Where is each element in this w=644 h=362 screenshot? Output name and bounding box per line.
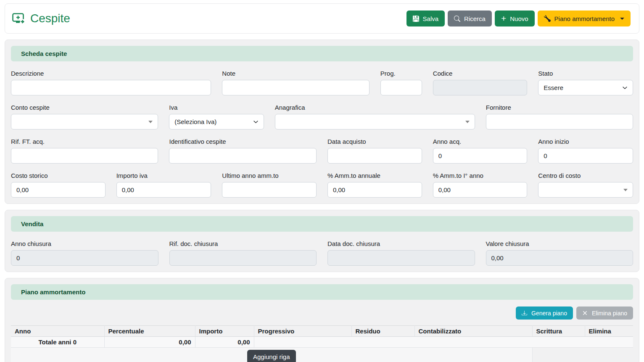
status-label: Stato: [538, 70, 633, 77]
last-amortization-year-label: Ultimo anno amm.to: [222, 172, 317, 179]
total-amount-value: 0,00: [195, 337, 254, 348]
amortization-plan-dropdown-button[interactable]: Piano ammortamento: [538, 11, 631, 26]
supplier-input[interactable]: [486, 114, 633, 129]
chevron-down-icon: [253, 119, 259, 124]
new-button-label: Nuovo: [510, 15, 528, 22]
asset-identifier-input[interactable]: [169, 148, 316, 164]
supplier-field-group: Fornitore: [486, 104, 633, 129]
description-input[interactable]: [11, 80, 211, 95]
note-input[interactable]: [222, 80, 369, 95]
code-label: Codice: [433, 70, 528, 77]
column-header-importo: Importo: [195, 326, 254, 337]
cost-center-select[interactable]: [538, 182, 633, 198]
amortization-table: Anno Percentuale Importo Progressivo Res…: [11, 325, 633, 362]
asset-account-field-group: Conto cespite: [11, 104, 158, 129]
closing-doc-ref-field-group: Rif. doc. chiusura: [169, 240, 317, 266]
historical-cost-label: Costo storico: [11, 172, 106, 179]
column-header-percentuale: Percentuale: [104, 326, 195, 337]
closing-doc-date-input: [327, 250, 475, 266]
purchase-invoice-ref-label: Rif. FT. acq.: [11, 138, 158, 145]
closing-value-label: Valore chiusura: [486, 240, 633, 247]
delete-plan-button[interactable]: Elimina piano: [576, 307, 633, 320]
annual-amortization-pct-field-group: % Amm.to annuale: [327, 172, 422, 198]
first-year-amortization-pct-label: % Amm.to I° anno: [433, 172, 528, 179]
start-year-field-group: Anno inizio: [538, 138, 633, 164]
amortization-table-header-row: Anno Percentuale Importo Progressivo Res…: [11, 326, 633, 337]
total-percentage-value: 0,00: [104, 337, 195, 348]
total-row: Totale anni 0 0,00 0,00: [11, 337, 633, 348]
first-year-amortization-pct-input[interactable]: [433, 182, 528, 198]
delete-plan-button-label: Elimina piano: [592, 310, 627, 317]
start-year-label: Anno inizio: [538, 138, 633, 145]
column-header-anno: Anno: [11, 326, 104, 337]
note-field-group: Note: [222, 70, 369, 95]
purchase-date-input[interactable]: [327, 148, 422, 164]
vat-amount-label: Importo iva: [116, 172, 211, 179]
dropdown-caret-icon: [148, 121, 153, 123]
supplier-label: Fornitore: [486, 104, 633, 111]
prog-input[interactable]: [380, 80, 422, 95]
prog-label: Prog.: [380, 70, 422, 77]
start-year-input[interactable]: [538, 148, 633, 164]
plus-icon: +: [501, 14, 506, 23]
purchase-year-field-group: Anno acq.: [433, 138, 528, 164]
registry-field-group: Anagrafica: [275, 104, 475, 129]
column-header-progressivo: Progressivo: [254, 326, 351, 337]
sale-section-title: Vendita: [11, 216, 633, 232]
historical-cost-input[interactable]: [11, 182, 106, 198]
x-icon: [582, 310, 588, 316]
asset-sheet-section: Scheda cespite Descrizione Note Prog. Co…: [5, 40, 639, 204]
column-header-scrittura: Scrittura: [532, 326, 585, 337]
last-amortization-year-field-group: Ultimo anno amm.to: [222, 172, 317, 198]
add-row-button[interactable]: Aggiungi riga: [247, 350, 296, 362]
closing-value-input: [486, 250, 633, 266]
purchase-invoice-ref-input[interactable]: [11, 148, 158, 164]
toolbar: Cespite Salva Ricerca + Nuovo: [5, 3, 639, 34]
vat-select[interactable]: (Seleziona Iva): [169, 114, 264, 129]
asset-account-select[interactable]: [11, 114, 158, 129]
annual-amortization-pct-input[interactable]: [327, 182, 422, 198]
purchase-year-input[interactable]: [433, 148, 528, 164]
closing-value-field-group: Valore chiusura: [486, 240, 633, 266]
asset-sheet-section-title: Scheda cespite: [11, 46, 633, 61]
vat-label: Iva: [169, 104, 264, 111]
status-select[interactable]: Essere: [538, 80, 633, 95]
download-icon: [522, 310, 527, 316]
status-field-group: Stato Essere: [538, 70, 633, 95]
code-field-group: Codice: [433, 70, 528, 95]
search-icon: [454, 16, 460, 22]
page-title: Cespite: [12, 12, 70, 25]
add-row-footer: Aggiungi riga: [11, 348, 633, 362]
total-years-label: Totale anni 0: [11, 337, 104, 348]
page-title-text: Cespite: [30, 12, 70, 25]
asset-account-label: Conto cespite: [11, 104, 158, 111]
closing-doc-date-field-group: Data doc. chiusura: [327, 240, 475, 266]
closing-year-label: Anno chiusura: [11, 240, 158, 247]
prog-field-group: Prog.: [380, 70, 422, 95]
closing-year-input: [11, 250, 158, 266]
registry-select[interactable]: [275, 114, 475, 129]
vat-amount-input[interactable]: [116, 182, 211, 198]
wrench-icon: [544, 15, 551, 22]
closing-doc-ref-input: [169, 250, 317, 266]
generate-plan-button[interactable]: Genera piano: [516, 307, 573, 320]
amortization-plan-actions: Genera piano Elimina piano: [11, 307, 633, 320]
registry-label: Anagrafica: [275, 104, 475, 111]
vat-amount-field-group: Importo iva: [116, 172, 211, 198]
save-button[interactable]: Salva: [406, 11, 445, 26]
last-amortization-year-input[interactable]: [222, 182, 317, 198]
save-button-label: Salva: [423, 15, 439, 22]
new-button[interactable]: + Nuovo: [495, 11, 535, 26]
search-button-label: Ricerca: [464, 15, 486, 22]
sale-section: Vendita Anno chiusura Rif. doc. chiusura…: [5, 210, 639, 272]
description-label: Descrizione: [11, 70, 211, 77]
column-header-elimina: Elimina: [585, 326, 633, 337]
status-select-value: Essere: [544, 84, 563, 91]
search-button[interactable]: Ricerca: [448, 11, 492, 26]
annual-amortization-pct-label: % Amm.to annuale: [327, 172, 422, 179]
first-year-amortization-pct-field-group: % Amm.to I° anno: [433, 172, 528, 198]
generate-plan-button-label: Genera piano: [531, 310, 567, 317]
closing-doc-ref-label: Rif. doc. chiusura: [169, 240, 317, 247]
column-header-residuo: Residuo: [351, 326, 414, 337]
code-input: [433, 80, 528, 95]
